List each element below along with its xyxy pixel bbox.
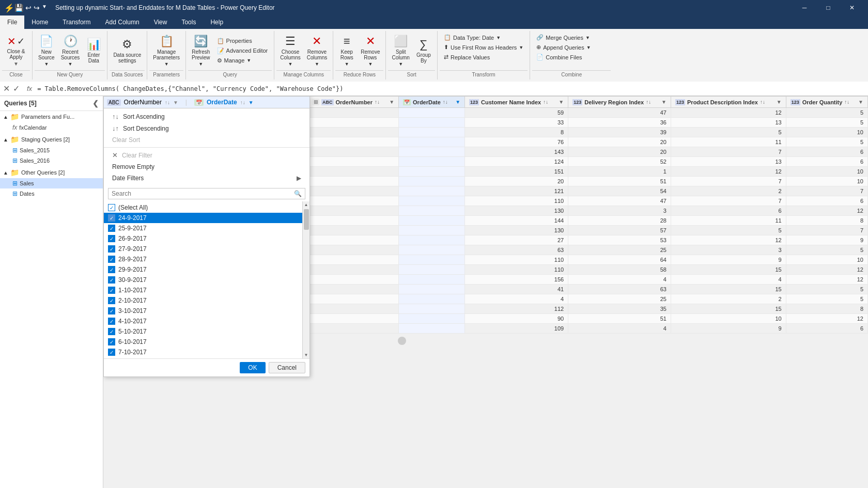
date-item-27-9-2017[interactable]: ✓ 27-9-2017: [104, 244, 309, 254]
date-item-29-9-2017[interactable]: ✓ 29-9-2017: [104, 264, 309, 275]
merge-queries-arrow[interactable]: ▼: [585, 35, 590, 40]
delivery-sort-icon[interactable]: ↑↓: [646, 99, 651, 105]
qty-filter-btn[interactable]: ▼: [858, 99, 863, 105]
sidebar-item-sales2016[interactable]: ⊞ Sales_2016: [0, 155, 103, 166]
undo-icon[interactable]: ↩: [25, 4, 32, 12]
merge-queries-button[interactable]: 🔗 Merge Queries ▼: [533, 33, 593, 42]
choose-columns-arrow[interactable]: ▼: [288, 61, 293, 67]
split-column-arrow[interactable]: ▼: [398, 61, 403, 67]
checkbox-7-10-2017[interactable]: ✓: [108, 349, 115, 356]
dropdown-cancel-button[interactable]: Cancel: [269, 362, 305, 373]
manage-arrow[interactable]: ▼: [246, 58, 251, 63]
recent-sources-button[interactable]: 🕐 RecentSources ▼: [58, 33, 83, 68]
minimize-button[interactable]: ─: [793, 0, 816, 15]
advanced-editor-button[interactable]: 📝 Advanced Editor: [214, 46, 271, 55]
query-group-other-header[interactable]: ▲ 📁 Other Queries [2]: [0, 167, 103, 178]
orderdate-filter-btn[interactable]: ▼: [455, 99, 460, 105]
formula-input[interactable]: [35, 84, 866, 93]
redo-icon[interactable]: ↪: [34, 4, 40, 12]
recent-sources-arrow[interactable]: ▼: [68, 61, 73, 67]
select-all-item[interactable]: ✓ (Select All): [104, 202, 309, 213]
date-item-5-10-2017[interactable]: ✓ 5-10-2017: [104, 326, 309, 337]
date-item-7-10-2017[interactable]: ✓ 7-10-2017: [104, 347, 309, 357]
checkbox-30-9-2017[interactable]: ✓: [108, 276, 115, 284]
sort-descending-item[interactable]: ↓↑ Sort Descending: [104, 122, 309, 134]
checkbox-24-9-2017[interactable]: ✓: [108, 214, 115, 222]
use-first-row-button[interactable]: ⬆ Use First Row as Headers ▼: [441, 43, 526, 52]
manage-parameters-button[interactable]: 📋 ManageParameters ▼: [150, 33, 182, 68]
checkbox-29-9-2017[interactable]: ✓: [108, 266, 115, 273]
group-by-button[interactable]: ∑ GroupBy: [413, 36, 434, 65]
date-item-3-10-2017[interactable]: ✓ 3-10-2017: [104, 306, 309, 316]
checkbox-2-10-2017[interactable]: ✓: [108, 297, 115, 304]
date-item-30-9-2017[interactable]: ✓ 30-9-2017: [104, 275, 309, 285]
sidebar-item-fxcalendar[interactable]: fx fxCalendar: [0, 122, 103, 133]
tab-help[interactable]: Help: [203, 15, 230, 29]
query-group-staging-header[interactable]: ▲ 📁 Staging Queries [2]: [0, 134, 103, 145]
filter-search-input[interactable]: [112, 190, 294, 197]
checkbox-3-10-2017[interactable]: ✓: [108, 307, 115, 314]
remove-rows-button[interactable]: ✕ RemoveRows ▼: [358, 33, 382, 68]
dropdown-ok-button[interactable]: OK: [240, 362, 265, 373]
choose-columns-button[interactable]: ☰ ChooseColumns ▼: [277, 33, 303, 68]
date-item-4-10-2017[interactable]: ✓ 4-10-2017: [104, 316, 309, 326]
checkbox-26-9-2017[interactable]: ✓: [108, 235, 115, 242]
use-first-row-arrow[interactable]: ▼: [519, 45, 523, 50]
select-all-checkbox[interactable]: ✓: [108, 204, 115, 211]
data-source-settings-button[interactable]: ⚙ Data sourcesettings: [111, 36, 144, 65]
sidebar-item-sales2015[interactable]: ⊞ Sales_2015: [0, 145, 103, 155]
qty-sort-icon[interactable]: ↑↓: [844, 99, 849, 105]
sidebar-item-dates[interactable]: ⊞ Dates: [0, 188, 103, 199]
data-type-button[interactable]: 📋 Data Type: Date ▼: [441, 33, 504, 42]
ordernumber-filter-btn[interactable]: ▼: [389, 99, 394, 105]
close-apply-button[interactable]: ✕ ✓ Close & Apply ▼: [3, 34, 29, 68]
remove-columns-button[interactable]: ✕ RemoveColumns ▼: [304, 33, 330, 68]
checkbox-27-9-2017[interactable]: ✓: [108, 245, 115, 253]
tab-file[interactable]: File: [0, 15, 24, 29]
append-queries-button[interactable]: ⊕ Append Queries ▼: [533, 43, 594, 52]
customer-filter-btn[interactable]: ▼: [559, 99, 564, 105]
checkbox-1-10-2017[interactable]: ✓: [108, 287, 115, 294]
tab-view[interactable]: View: [147, 15, 175, 29]
tab-add-column[interactable]: Add Column: [98, 15, 147, 29]
data-type-arrow[interactable]: ▼: [496, 35, 501, 40]
query-group-parameters-header[interactable]: ▲ 📁 Parameters and Fu...: [0, 111, 103, 122]
keep-rows-arrow[interactable]: ▼: [345, 61, 349, 67]
split-column-button[interactable]: ⬜ SplitColumn ▼: [389, 33, 412, 68]
close-dropdown-arrow[interactable]: ▼: [13, 61, 19, 67]
close-button[interactable]: ✕: [840, 0, 864, 15]
new-source-button[interactable]: 📄 NewSource ▼: [36, 33, 57, 68]
enter-data-button[interactable]: 📊 EnterData: [83, 36, 104, 65]
product-filter-btn[interactable]: ▼: [777, 99, 782, 105]
tab-home[interactable]: Home: [24, 15, 55, 29]
sort-ascending-item[interactable]: ↑↓ Sort Ascending: [104, 111, 309, 122]
product-sort-icon[interactable]: ↑↓: [760, 99, 765, 105]
customer-sort-icon[interactable]: ↑↓: [543, 99, 548, 105]
date-filters-item[interactable]: Date Filters ▶: [104, 172, 309, 184]
checkbox-25-9-2017[interactable]: ✓: [108, 225, 115, 232]
refresh-arrow[interactable]: ▼: [198, 61, 203, 67]
refresh-preview-button[interactable]: 🔄 RefreshPreview ▼: [189, 33, 213, 68]
checkbox-28-9-2017[interactable]: ✓: [108, 256, 115, 263]
tab-tools[interactable]: Tools: [174, 15, 203, 29]
remove-columns-arrow[interactable]: ▼: [315, 61, 319, 67]
keep-rows-button[interactable]: ≡ KeepRows ▼: [336, 33, 357, 68]
replace-values-button[interactable]: ⇄ Replace Values: [441, 53, 493, 61]
dropdown-icon[interactable]: ▼: [42, 4, 47, 12]
combine-files-button[interactable]: 📄 Combine Files: [533, 53, 585, 61]
date-item-28-9-2017[interactable]: ✓ 28-9-2017: [104, 254, 309, 264]
date-item-2-10-2017[interactable]: ✓ 2-10-2017: [104, 295, 309, 306]
maximize-button[interactable]: □: [816, 0, 840, 15]
scroll-down-btn[interactable]: ▼: [304, 353, 308, 357]
save-icon[interactable]: 💾: [14, 4, 23, 12]
ordernumber-sort-icon[interactable]: ↑↓: [375, 99, 380, 105]
date-item-6-10-2017[interactable]: ✓ 6-10-2017: [104, 337, 309, 347]
checkbox-6-10-2017[interactable]: ✓: [108, 338, 115, 345]
remove-empty-item[interactable]: Remove Empty: [104, 161, 309, 172]
checkbox-5-10-2017[interactable]: ✓: [108, 328, 115, 335]
date-item-24-9-2017[interactable]: ✓ 24-9-2017: [104, 213, 309, 223]
manage-button[interactable]: ⚙ Manage ▼: [214, 56, 271, 65]
sidebar-item-sales[interactable]: ⊞ Sales: [0, 178, 103, 188]
orderdate-sort-icon[interactable]: ↑↓: [443, 99, 448, 105]
append-queries-arrow[interactable]: ▼: [586, 45, 591, 50]
